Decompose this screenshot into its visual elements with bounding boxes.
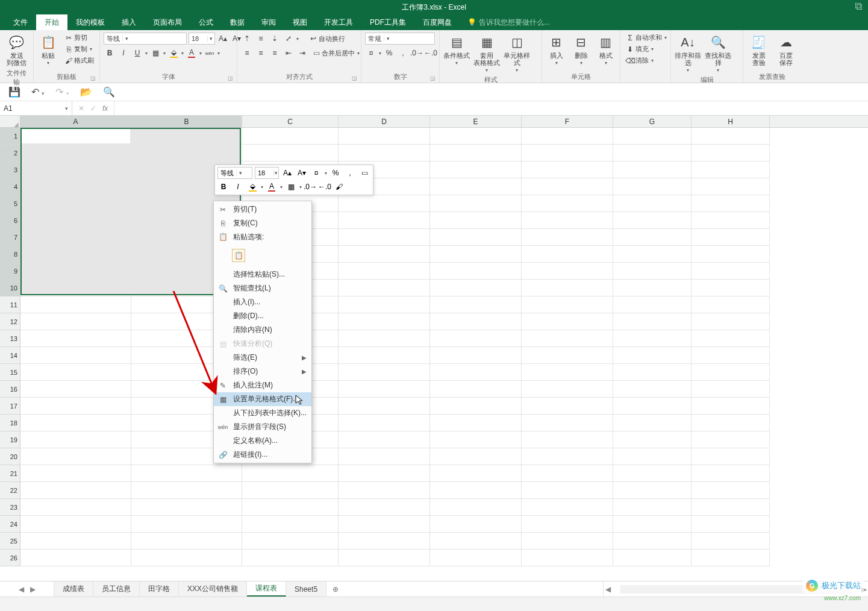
ribbon-tab-8[interactable]: 视图 — [284, 14, 316, 30]
row-header-16[interactable]: 16 — [0, 381, 20, 398]
cell[interactable] — [430, 431, 522, 448]
insert-cells-button[interactable]: ⊞插入▾ — [546, 33, 567, 67]
cell[interactable] — [613, 330, 692, 347]
ctx-item[interactable]: 从下拉列表中选择(K)... — [214, 406, 311, 420]
cell[interactable] — [522, 499, 613, 516]
cell[interactable] — [692, 533, 770, 550]
cell[interactable] — [430, 381, 522, 398]
cell[interactable] — [522, 465, 613, 482]
save-icon[interactable]: 💾 — [8, 86, 20, 98]
cell[interactable] — [242, 482, 339, 499]
cell[interactable] — [522, 212, 613, 229]
cell[interactable] — [522, 398, 613, 415]
window-restore-icon[interactable]: ⿻ — [854, 1, 864, 12]
open-file-icon[interactable]: 📂 — [80, 86, 92, 98]
fx-icon[interactable]: fx — [102, 104, 108, 113]
row-header-23[interactable]: 23 — [0, 499, 20, 516]
row-header-22[interactable]: 22 — [0, 482, 20, 499]
bold-button[interactable]: B — [104, 47, 116, 59]
sheet-tab-5[interactable]: Sheet5 — [286, 581, 326, 597]
mini-dec-decimal-icon[interactable]: ←.0 — [319, 181, 331, 193]
invoice-check-button[interactable]: 🧾发票 查验 — [747, 33, 770, 67]
mini-italic-button[interactable]: I — [232, 181, 244, 193]
row-header-20[interactable]: 20 — [0, 448, 20, 465]
mini-decrease-font-icon[interactable]: A▾ — [296, 167, 308, 179]
cell[interactable] — [242, 465, 339, 482]
cell[interactable] — [613, 347, 692, 364]
underline-button[interactable]: U — [131, 47, 143, 59]
phonetic-button[interactable]: wén — [204, 47, 216, 59]
mini-font-color-button[interactable]: A — [266, 181, 278, 193]
spreadsheet-grid[interactable]: ABCDEFGH 1234567891011121314151617181920… — [0, 116, 868, 566]
row-header-12[interactable]: 12 — [0, 313, 20, 330]
cell[interactable] — [692, 482, 770, 499]
cell[interactable] — [20, 482, 131, 499]
row-header-5[interactable]: 5 — [0, 195, 20, 212]
font-name-combo[interactable]: 等线▾ — [104, 33, 187, 45]
ribbon-tab-9[interactable]: 开发工具 — [316, 14, 361, 30]
cell[interactable] — [613, 313, 692, 330]
cell[interactable] — [131, 533, 242, 550]
cell[interactable] — [692, 280, 770, 296]
row-header-4[interactable]: 4 — [0, 178, 20, 195]
col-header-H[interactable]: H — [692, 116, 770, 127]
cell[interactable] — [692, 347, 770, 364]
cell[interactable] — [522, 145, 613, 161]
cell[interactable] — [430, 448, 522, 465]
cell[interactable] — [692, 212, 770, 229]
cell[interactable] — [692, 516, 770, 533]
cell[interactable] — [522, 533, 613, 550]
cell[interactable] — [339, 296, 430, 313]
cell[interactable] — [339, 313, 430, 330]
cell[interactable] — [242, 499, 339, 516]
row-header-18[interactable]: 18 — [0, 415, 20, 431]
indent-dec-icon[interactable]: ⇤ — [283, 47, 295, 59]
baidu-save-button[interactable]: ☁百度 保存 — [774, 33, 798, 67]
cell[interactable] — [692, 145, 770, 161]
table-format-button[interactable]: ▦套用 表格格式▾ — [473, 33, 500, 74]
cell[interactable] — [613, 364, 692, 381]
cell[interactable] — [20, 465, 131, 482]
cell[interactable] — [339, 229, 430, 246]
cell[interactable] — [430, 364, 522, 381]
format-painter-button[interactable]: 🖌格式刷 — [63, 55, 96, 66]
cell[interactable] — [339, 381, 430, 398]
cell[interactable] — [339, 431, 430, 448]
col-header-B[interactable]: B — [131, 116, 242, 127]
mini-bold-button[interactable]: B — [217, 181, 229, 193]
delete-cells-button[interactable]: ⊟删除▾ — [570, 33, 592, 67]
select-all-corner[interactable] — [0, 116, 20, 127]
send-to-wechat-button[interactable]: 💬发送 到微信 — [4, 33, 30, 67]
cell[interactable] — [522, 263, 613, 280]
row-header-2[interactable]: 2 — [0, 145, 20, 161]
align-top-icon[interactable]: ⇡ — [241, 33, 253, 45]
cell[interactable] — [20, 313, 131, 330]
cell[interactable] — [522, 364, 613, 381]
cell[interactable] — [131, 550, 242, 566]
sheet-tab-2[interactable]: 田字格 — [140, 581, 179, 597]
cell[interactable] — [430, 330, 522, 347]
sort-filter-button[interactable]: A↓排序和筛选▾ — [675, 33, 701, 74]
cell[interactable] — [692, 415, 770, 431]
ribbon-tab-3[interactable]: 插入 — [113, 14, 145, 30]
cell[interactable] — [613, 229, 692, 246]
ctx-item[interactable]: 排序(O)▶ — [214, 365, 311, 378]
cell[interactable] — [522, 347, 613, 364]
cell[interactable] — [613, 296, 692, 313]
dialog-launcher-icon[interactable]: ◲ — [228, 75, 233, 81]
cell[interactable] — [339, 330, 430, 347]
row-header-26[interactable]: 26 — [0, 550, 20, 566]
cell[interactable] — [339, 128, 430, 145]
cell[interactable] — [20, 364, 131, 381]
cell[interactable] — [430, 347, 522, 364]
cell[interactable] — [522, 161, 613, 178]
ribbon-tab-10[interactable]: PDF工具集 — [361, 14, 414, 30]
cell[interactable] — [692, 296, 770, 313]
cell[interactable] — [339, 465, 430, 482]
align-center-icon[interactable]: ≡ — [255, 47, 267, 59]
mini-size-combo[interactable]: 18▾ — [255, 167, 279, 179]
ribbon-tab-2[interactable]: 我的模板 — [67, 14, 113, 30]
paste-default-icon[interactable]: 📋 — [232, 249, 245, 262]
cell[interactable] — [430, 533, 522, 550]
sheet-tab-1[interactable]: 员工信息 — [93, 581, 140, 597]
